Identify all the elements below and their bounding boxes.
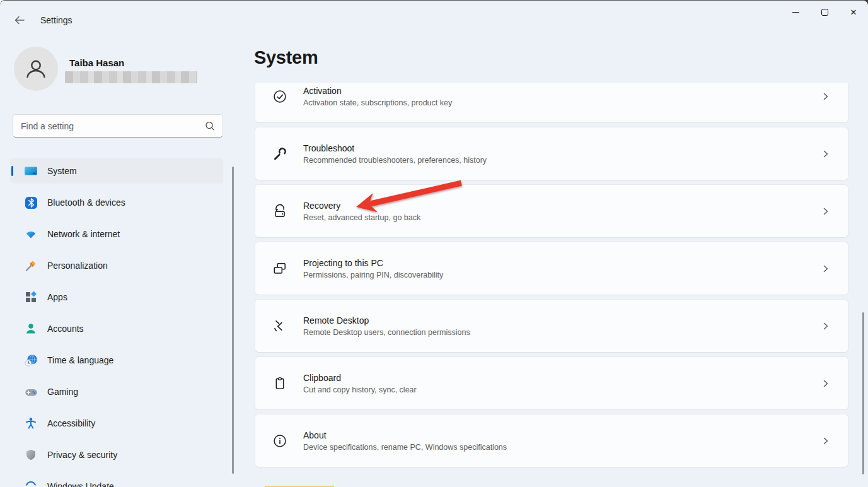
sidebar-item-accounts[interactable]: Accounts [10, 316, 223, 341]
setting-title: Recovery [303, 201, 420, 211]
sidebar-item-system[interactable]: System [10, 158, 223, 184]
troubleshoot-icon [272, 146, 287, 161]
sidebar-item-windows-update[interactable]: Windows Update [10, 474, 223, 487]
clipboard-icon [272, 376, 287, 391]
settings-item-remote-desktop[interactable]: Remote Desktop Remote Desktop users, con… [255, 299, 848, 353]
settings-list: Activation Activation state, subscriptio… [255, 83, 848, 487]
settings-window: Settings ✕ Taiba Hasan System Bluetooth … [0, 0, 868, 487]
window-controls: ✕ [781, 1, 868, 23]
maximize-button[interactable] [810, 1, 839, 23]
time-language-icon [24, 353, 38, 367]
sidebar-item-personalization[interactable]: Personalization [10, 253, 223, 278]
app-title: Settings [40, 15, 72, 25]
main-scrollbar[interactable] [862, 312, 864, 474]
sidebar-item-time-language[interactable]: Time & language [10, 348, 223, 373]
gaming-icon [24, 385, 38, 399]
setting-title: Activation [303, 86, 452, 96]
search-input[interactable] [13, 115, 223, 137]
setting-subtitle: Remote Desktop users, connection permiss… [303, 328, 470, 337]
setting-title: Projecting to this PC [303, 258, 443, 268]
settings-item-activation[interactable]: Activation Activation state, subscriptio… [255, 83, 848, 123]
settings-item-about[interactable]: About Device specifications, rename PC, … [255, 414, 848, 467]
sidebar-item-gaming[interactable]: Gaming [10, 379, 223, 404]
setting-subtitle: Device specifications, rename PC, Window… [303, 443, 507, 452]
person-icon [24, 57, 48, 81]
profile-name: Taiba Hasan [69, 57, 124, 68]
setting-subtitle: Reset, advanced startup, go back [303, 213, 420, 222]
recovery-icon [272, 204, 287, 219]
back-button[interactable] [13, 13, 26, 27]
settings-item-projecting-to-this-pc[interactable]: Projecting to this PC Permissions, pairi… [255, 242, 848, 295]
sidebar-item-accessibility[interactable]: Accessibility [10, 411, 223, 436]
search-icon [204, 120, 216, 132]
search-box [13, 114, 223, 138]
setting-title: Troubleshoot [303, 143, 487, 153]
settings-item-clipboard[interactable]: Clipboard Cut and copy history, sync, cl… [255, 356, 848, 410]
chevron-right-icon [821, 378, 830, 389]
system-icon [24, 164, 38, 178]
close-button[interactable]: ✕ [839, 1, 868, 23]
minimize-icon [792, 12, 799, 13]
setting-title: About [303, 430, 507, 440]
chevron-right-icon [821, 149, 830, 159]
sidebar-scrollbar[interactable] [232, 167, 234, 474]
setting-title: Clipboard [303, 373, 417, 383]
chevron-right-icon [821, 206, 830, 216]
windows-update-icon [24, 479, 38, 487]
projecting-icon [272, 261, 287, 276]
setting-subtitle: Activation state, subscriptions, product… [303, 98, 452, 107]
redacted-email [65, 71, 197, 83]
accounts-icon [24, 322, 38, 336]
personalization-icon [24, 259, 38, 273]
remote-desktop-icon [272, 319, 287, 334]
network-icon [24, 227, 38, 241]
sidebar-nav: System Bluetooth & devices Network & int… [10, 158, 223, 487]
avatar[interactable] [14, 47, 58, 91]
sidebar-item-bluetooth-devices[interactable]: Bluetooth & devices [10, 190, 223, 215]
activation-icon [272, 89, 287, 104]
sidebar-item-apps[interactable]: Apps [10, 285, 223, 310]
maximize-icon [821, 9, 828, 16]
sidebar-item-privacy-security[interactable]: Privacy & security [10, 442, 223, 467]
selected-indicator [11, 166, 13, 176]
apps-icon [24, 290, 38, 304]
back-arrow-icon [13, 13, 26, 27]
page-title: System [254, 47, 318, 68]
chevron-right-icon [821, 264, 830, 274]
settings-item-troubleshoot[interactable]: Troubleshoot Recommended troubleshooters… [255, 127, 848, 180]
chevron-right-icon [821, 91, 830, 102]
setting-subtitle: Permissions, pairing PIN, discoverabilit… [303, 271, 443, 279]
setting-title: Remote Desktop [303, 315, 470, 326]
minimize-button[interactable] [781, 1, 810, 23]
close-icon: ✕ [850, 8, 857, 16]
setting-subtitle: Recommended troubleshooters, preferences… [303, 156, 487, 165]
sidebar-item-network-internet[interactable]: Network & internet [10, 221, 223, 247]
accessibility-icon [24, 416, 38, 430]
about-icon [272, 433, 287, 449]
setting-subtitle: Cut and copy history, sync, clear [303, 385, 417, 394]
settings-item-recovery[interactable]: Recovery Reset, advanced startup, go bac… [255, 184, 848, 238]
chevron-right-icon [821, 321, 830, 331]
privacy-icon [24, 448, 38, 462]
bluetooth-icon [24, 196, 38, 209]
chevron-right-icon [821, 436, 830, 446]
